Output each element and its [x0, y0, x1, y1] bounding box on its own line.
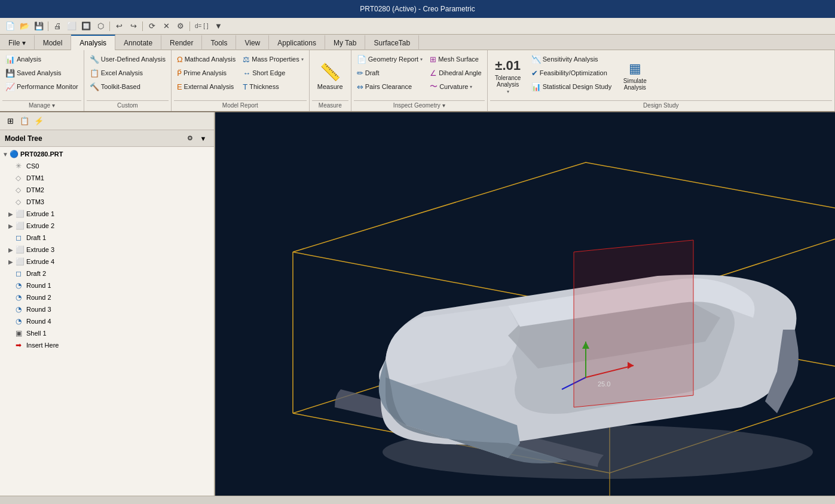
tree-item-cs0[interactable]: ✳ CS0	[0, 160, 214, 172]
mesh-surface-button[interactable]: ⊞ Mesh Surface	[427, 53, 485, 66]
analysis-button[interactable]: 📊 Analysis	[2, 53, 81, 66]
redo-button[interactable]: ↪	[127, 20, 140, 33]
tab-file[interactable]: File ▾	[0, 35, 35, 50]
open-button[interactable]: 📂	[18, 20, 31, 33]
tree-item-dtm1[interactable]: ◇ DTM1	[0, 172, 214, 184]
print-button[interactable]: 🖨	[51, 20, 64, 33]
sidebar: ⊞ 📋 ⚡ Model Tree ⚙ ▼ ▼ 🔵 PRT0280.PRT ✳ C…	[0, 112, 215, 496]
tab-model[interactable]: Model	[35, 35, 72, 50]
qa-btn-4[interactable]: ⬜	[65, 20, 78, 33]
tab-annotate[interactable]: Annotate	[115, 35, 161, 50]
tab-mytab[interactable]: My Tab	[325, 35, 365, 50]
viewport[interactable]: 25.0	[215, 112, 835, 496]
statistical-button[interactable]: 📊 Statistical Design Study	[528, 80, 615, 93]
feasibility-label: Feasibility/Optimization	[540, 69, 607, 76]
dihedral-angle-button[interactable]: ∠ Dihedral Angle	[427, 66, 485, 79]
sensitivity-analysis-icon: 📉	[531, 55, 541, 64]
new-button[interactable]: 📄	[4, 20, 17, 33]
tree-item-round3[interactable]: ◔ Round 3	[0, 303, 214, 315]
tab-view[interactable]: View	[236, 35, 269, 50]
tree-item-extrude4[interactable]: ▶ ⬜ Extrude 4	[0, 256, 214, 268]
save-button[interactable]: 💾	[32, 20, 45, 33]
short-edge-button[interactable]: ↔ Short Edge	[240, 66, 306, 79]
regen-button[interactable]: ⟳	[145, 20, 158, 33]
ribbon-group-design-study: ±.01 ToleranceAnalysis ▾ 📉 Sensitivity A…	[488, 50, 835, 111]
draft-button[interactable]: ✏ Draft	[354, 66, 426, 79]
excel-analysis-button[interactable]: 📋 Excel Analysis	[87, 66, 169, 79]
qa-btn-6[interactable]: ⬡	[94, 20, 107, 33]
toolbar-separator-1	[48, 21, 48, 31]
saved-analysis-button[interactable]: 💾 Saved Analysis	[2, 66, 81, 79]
expand-extrude1[interactable]: ▶	[8, 211, 16, 217]
ribbon: File ▾ Model Analysis Annotate Render To…	[0, 35, 835, 112]
tree-item-shell1[interactable]: ▣ Shell 1	[0, 327, 214, 339]
tree-item-extrude3[interactable]: ▶ ⬜ Extrude 3	[0, 244, 214, 256]
tree-item-dtm3[interactable]: ◇ DTM3	[0, 196, 214, 208]
sidebar-btn-3[interactable]: ⚡	[32, 115, 45, 128]
extrude1-label: Extrude 1	[26, 210, 54, 217]
sidebar-btn-1[interactable]: ⊞	[4, 115, 17, 128]
close-window-button[interactable]: ✕	[160, 20, 173, 33]
tree-item-insert-here[interactable]: ➡ Insert Here	[0, 339, 214, 351]
window-title: PRT0280 (Active) - Creo Parametric	[6, 5, 829, 13]
geometry-report-button[interactable]: 📄 Geometry Report ▾	[354, 53, 426, 66]
pairs-clearance-button[interactable]: ⇔ Pairs Clearance	[354, 80, 426, 93]
undo-button[interactable]: ↩	[112, 20, 126, 33]
model-tree-content[interactable]: ▼ 🔵 PRT0280.PRT ✳ CS0 ◇ DTM1 ◇ DTM2	[0, 147, 214, 496]
manage-group-label[interactable]: Manage ▾	[2, 100, 81, 110]
external-analysis-button[interactable]: E External Analysis	[174, 80, 238, 93]
more-button[interactable]: ▼	[212, 20, 225, 33]
tree-item-round2[interactable]: ◔ Round 2	[0, 291, 214, 303]
round4-label: Round 4	[26, 318, 51, 325]
tab-surfacetab[interactable]: SurfaceTab	[365, 35, 419, 50]
round3-icon: ◔	[16, 305, 25, 314]
tree-item-extrude1[interactable]: ▶ ⬜ Extrude 1	[0, 208, 214, 220]
tree-item-extrude2[interactable]: ▶ ⬜ Extrude 2	[0, 220, 214, 232]
draft-icon: ✏	[357, 69, 363, 78]
expand-extrude3[interactable]: ▶	[8, 247, 16, 253]
tree-item-draft2[interactable]: ◻ Draft 2	[0, 268, 214, 279]
tab-render[interactable]: Render	[161, 35, 202, 50]
curvature-icon: 〜	[430, 81, 438, 92]
toolkit-based-button[interactable]: 🔨 Toolkit-Based	[87, 80, 169, 93]
tree-settings-button[interactable]: ⚙	[184, 133, 196, 145]
expand-extrude4[interactable]: ▶	[8, 259, 16, 265]
thickness-button[interactable]: T Thickness	[240, 80, 306, 93]
tree-item-root[interactable]: ▼ 🔵 PRT0280.PRT	[0, 148, 214, 160]
mass-properties-button[interactable]: ⚖ Mass Properties ▾	[240, 53, 306, 66]
simulate-button[interactable]: ▦ SimulateAnalysis	[617, 53, 653, 99]
performance-monitor-label: Performance Monitor	[17, 83, 78, 90]
root-icon: 🔵	[10, 150, 19, 158]
tree-item-round1[interactable]: ◔ Round 1	[0, 279, 214, 291]
simulate-label: SimulateAnalysis	[623, 78, 647, 91]
performance-monitor-button[interactable]: 📈 Performance Monitor	[2, 80, 81, 93]
qa-btn-5[interactable]: 🔲	[79, 20, 93, 33]
saved-analysis-icon: 💾	[5, 69, 15, 78]
sidebar-btn-2[interactable]: 📋	[18, 115, 31, 128]
tree-item-dtm2[interactable]: ◇ DTM2	[0, 184, 214, 196]
tree-item-draft1[interactable]: ◻ Draft 1	[0, 232, 214, 244]
tab-tools[interactable]: Tools	[202, 35, 236, 50]
excel-analysis-label: Excel Analysis	[101, 69, 143, 76]
measure-button[interactable]: 📏 Measure	[313, 53, 347, 99]
curvature-button[interactable]: 〜 Curvature ▾	[427, 80, 485, 93]
user-defined-label: User-Defined Analysis	[101, 56, 166, 63]
tree-item-round4[interactable]: ◔ Round 4	[0, 315, 214, 327]
feasibility-icon: ✔	[531, 69, 538, 78]
expand-root[interactable]: ▼	[2, 151, 10, 158]
sensitivity-analysis-button[interactable]: 📉 Sensitivity Analysis	[528, 53, 615, 66]
tree-more-button[interactable]: ▼	[197, 133, 209, 145]
settings-button[interactable]: ⚙	[174, 20, 187, 33]
tolerance-analysis-button[interactable]: ±.01 ToleranceAnalysis ▾	[490, 53, 526, 99]
tab-analysis[interactable]: Analysis	[71, 35, 115, 50]
mathcad-button[interactable]: Ω Mathcad Analysis	[174, 53, 238, 66]
curvature-label: Curvature	[439, 83, 468, 90]
inspect-geometry-group-label[interactable]: Inspect Geometry ▾	[354, 100, 485, 110]
feasibility-button[interactable]: ✔ Feasibility/Optimization	[528, 66, 615, 79]
expand-extrude2[interactable]: ▶	[8, 223, 16, 229]
prime-analysis-button[interactable]: P̈ Prime Analysis	[174, 66, 238, 79]
analysis-icon: 📊	[5, 55, 15, 64]
tab-applications[interactable]: Applications	[269, 35, 325, 50]
dtm2-label: DTM2	[26, 186, 44, 193]
user-defined-button[interactable]: 🔧 User-Defined Analysis	[87, 53, 169, 66]
